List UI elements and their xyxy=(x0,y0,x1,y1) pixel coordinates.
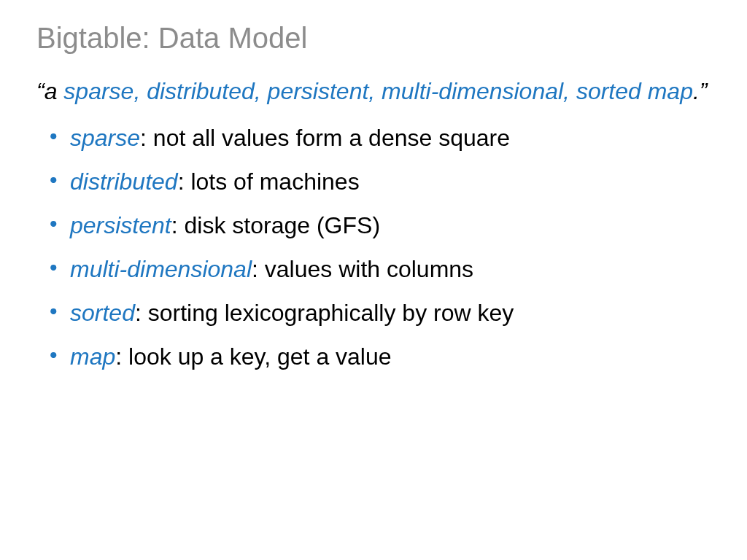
quote-comma-2: , xyxy=(255,78,268,104)
quote-close: ” xyxy=(700,78,708,104)
bullet-term: persistent xyxy=(70,212,171,238)
list-item: map: look up a key, get a value xyxy=(50,342,711,371)
list-item: multi-dimensional: values with columns xyxy=(50,254,711,284)
quote-word-sparse: sparse xyxy=(63,78,133,104)
list-item: sorted: sorting lexicographically by row… xyxy=(50,298,711,327)
definition-quote: “a sparse, distributed, persistent, mult… xyxy=(36,77,711,107)
quote-word-multidimensional: multi-dimensional xyxy=(382,78,563,104)
quote-comma-1: , xyxy=(133,78,147,104)
bullet-desc: : lots of machines xyxy=(178,168,360,195)
bullet-term: distributed xyxy=(70,168,178,195)
quote-word-a: a xyxy=(44,78,64,104)
bullet-term: sorted xyxy=(70,300,135,326)
quote-word-distributed: distributed xyxy=(147,78,255,104)
quote-comma-3: , xyxy=(563,78,576,104)
quote-open: “ xyxy=(36,78,44,104)
bullet-desc: : sorting lexicographically by row key xyxy=(135,300,514,326)
quote-period: . xyxy=(693,78,700,104)
quote-word-map: map xyxy=(648,78,693,104)
slide-title: Bigtable: Data Model xyxy=(36,22,711,55)
bullet-term: map xyxy=(70,343,115,370)
bullet-desc: : values with columns xyxy=(252,256,473,282)
list-item: persistent: disk storage (GFS) xyxy=(50,211,711,240)
bullet-desc: : not all values form a dense square xyxy=(140,125,510,151)
bullet-desc: : look up a key, get a value xyxy=(115,343,391,370)
list-item: sparse: not all values form a dense squa… xyxy=(50,123,711,152)
list-item: distributed: lots of machines xyxy=(50,167,711,196)
bullet-list: sparse: not all values form a dense squa… xyxy=(36,123,711,371)
bullet-desc: : disk storage (GFS) xyxy=(171,212,380,238)
quote-word-persistent: persistent, xyxy=(268,78,382,104)
bullet-term: sparse xyxy=(70,125,140,151)
bullet-term: multi-dimensional xyxy=(70,256,252,282)
quote-word-sorted: sorted xyxy=(576,78,648,104)
